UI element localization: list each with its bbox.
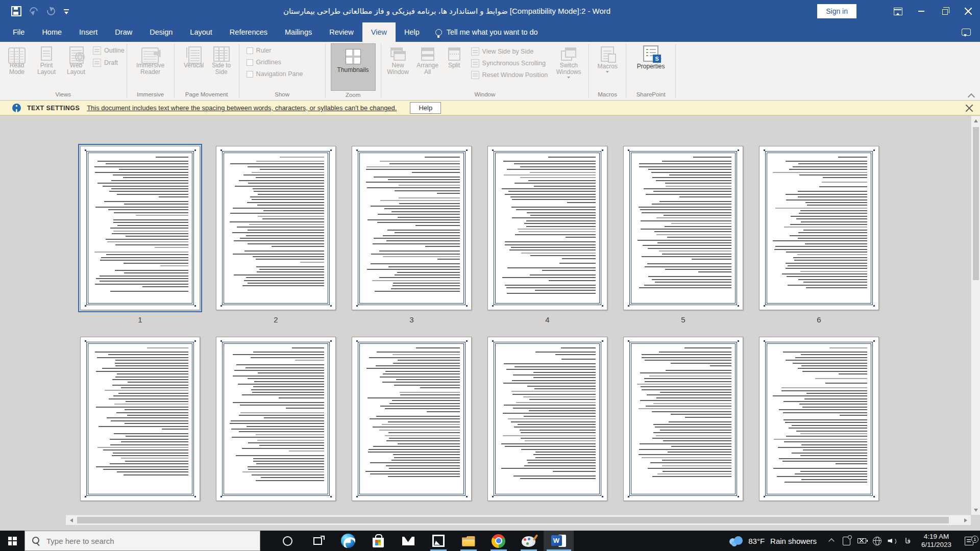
thumbnail-text-line bbox=[253, 352, 324, 353]
paint-taskbar-button[interactable] bbox=[513, 531, 544, 551]
customize-quick-access-icon[interactable] bbox=[63, 8, 70, 15]
mail-taskbar-button[interactable] bbox=[393, 531, 423, 551]
page-thumbnail-8[interactable] bbox=[216, 337, 336, 501]
page-thumbnail-1[interactable] bbox=[80, 146, 200, 310]
thumbnail-text-line bbox=[254, 191, 324, 192]
globe-icon bbox=[873, 537, 881, 545]
page-thumbnail-5[interactable] bbox=[623, 146, 743, 310]
notice-close-icon[interactable] bbox=[966, 105, 973, 112]
page-number-caption: 4 bbox=[487, 315, 607, 324]
feedback-icon[interactable] bbox=[962, 29, 971, 36]
tab-view[interactable]: View bbox=[362, 22, 396, 42]
scroll-right-arrow[interactable] bbox=[961, 515, 971, 525]
language-indicator[interactable]: فا bbox=[900, 537, 915, 545]
file-explorer-taskbar-button[interactable] bbox=[453, 531, 483, 551]
collapse-ribbon-icon[interactable] bbox=[968, 94, 974, 98]
clock[interactable]: 4:19 AM 6/11/2023 bbox=[915, 533, 958, 549]
tab-home[interactable]: Home bbox=[33, 22, 70, 42]
horizontal-scrollbar[interactable] bbox=[66, 515, 971, 525]
store-taskbar-button[interactable] bbox=[363, 531, 393, 551]
tab-references[interactable]: References bbox=[221, 22, 276, 42]
search-input[interactable] bbox=[46, 537, 240, 545]
thumbnails-button[interactable]: Thumbnails bbox=[331, 43, 376, 91]
device-status-button[interactable] bbox=[839, 531, 854, 551]
thumbnail-text-line bbox=[371, 263, 460, 264]
tab-insert[interactable]: Insert bbox=[70, 22, 106, 42]
battery-status-button[interactable] bbox=[854, 531, 870, 551]
action-center-button[interactable]: 1 bbox=[958, 537, 980, 545]
tab-draw[interactable]: Draw bbox=[106, 22, 141, 42]
page-thumbnail-4[interactable] bbox=[487, 146, 607, 310]
macros-button: Macros bbox=[593, 43, 622, 74]
draft-icon bbox=[93, 59, 101, 67]
page-thumbnail-11[interactable] bbox=[623, 337, 743, 501]
vertical-scrollbar[interactable] bbox=[971, 116, 980, 515]
page-thumbnail-12[interactable] bbox=[759, 337, 879, 501]
network-button[interactable] bbox=[870, 531, 885, 551]
tell-me-box[interactable]: Tell me what you want to do bbox=[435, 22, 538, 42]
edge-taskbar-button[interactable] bbox=[333, 531, 363, 551]
page-thumbnail-10[interactable] bbox=[487, 337, 607, 501]
thumbnail-text-line bbox=[792, 425, 867, 426]
thumbnail-text-line bbox=[665, 183, 731, 184]
volume-button[interactable] bbox=[885, 531, 900, 551]
tab-review[interactable]: Review bbox=[321, 22, 362, 42]
vertical-scrollbar-thumb[interactable] bbox=[973, 127, 979, 280]
notice-help-button[interactable]: Help bbox=[410, 102, 441, 114]
cortana-button[interactable] bbox=[273, 531, 303, 551]
weather-widget[interactable]: 83°F Rain showers bbox=[721, 535, 824, 546]
hidden-icons-button[interactable] bbox=[824, 531, 839, 551]
arrange-all-icon bbox=[421, 47, 434, 61]
thumbnail-text-line bbox=[231, 429, 324, 430]
thumbnail-text-line bbox=[155, 247, 188, 248]
page-thumbnail-6[interactable] bbox=[759, 146, 879, 310]
thumbnail-text-line bbox=[256, 161, 324, 162]
page-thumbnail-9[interactable] bbox=[352, 337, 472, 501]
view-side-by-side-icon bbox=[471, 47, 479, 56]
scroll-down-arrow[interactable] bbox=[971, 506, 980, 515]
properties-button[interactable]: S Properties bbox=[630, 43, 671, 70]
sign-in-button[interactable]: Sign in bbox=[817, 4, 856, 18]
minimize-button[interactable] bbox=[910, 0, 933, 22]
thumbnail-text-line bbox=[507, 169, 596, 170]
task-view-icon bbox=[313, 537, 322, 545]
thumbnail-text-line bbox=[239, 431, 324, 432]
restore-button[interactable] bbox=[933, 0, 957, 22]
horizontal-scrollbar-thumb[interactable] bbox=[77, 517, 949, 523]
tab-file[interactable]: File bbox=[4, 22, 33, 42]
tab-design[interactable]: Design bbox=[141, 22, 181, 42]
chrome-taskbar-button[interactable] bbox=[483, 531, 513, 551]
ribbon-display-options-button[interactable] bbox=[886, 0, 910, 22]
notice-message-link[interactable]: This document includes text where the sp… bbox=[87, 104, 397, 112]
word-taskbar-button[interactable]: W bbox=[544, 531, 574, 551]
page-thumbnail-2[interactable] bbox=[216, 146, 336, 310]
thumbnail-text-line bbox=[798, 232, 867, 233]
reset-window-position-label: Reset Window Position bbox=[482, 71, 548, 79]
tab-mailings[interactable]: Mailings bbox=[276, 22, 321, 42]
tab-layout[interactable]: Layout bbox=[181, 22, 221, 42]
thumbnail-text-line bbox=[113, 395, 188, 396]
page-thumbnail-3[interactable] bbox=[352, 146, 472, 310]
thumbnail-cell bbox=[80, 337, 200, 501]
start-button[interactable] bbox=[0, 531, 24, 551]
undo-icon[interactable] bbox=[29, 6, 39, 16]
thumbnail-text-line bbox=[258, 372, 324, 373]
scroll-up-arrow[interactable] bbox=[971, 116, 980, 125]
thumbnail-text-line bbox=[237, 227, 324, 228]
thumbnail-text-line bbox=[280, 157, 324, 158]
scroll-left-arrow[interactable] bbox=[66, 515, 76, 525]
page-thumbnail-7[interactable] bbox=[80, 337, 200, 501]
redo-icon[interactable] bbox=[46, 6, 56, 16]
cortana-icon bbox=[283, 536, 292, 546]
thumbnail-text-line bbox=[104, 201, 188, 202]
thumbnail-text-line bbox=[512, 394, 596, 395]
web-layout-label: Web Layout bbox=[61, 62, 91, 76]
tab-help[interactable]: Help bbox=[396, 22, 428, 42]
photos-taskbar-button[interactable] bbox=[423, 531, 453, 551]
task-view-button[interactable] bbox=[303, 531, 333, 551]
taskbar-search[interactable] bbox=[24, 531, 260, 551]
save-icon[interactable] bbox=[11, 6, 21, 16]
thumbnail-text-line bbox=[799, 404, 867, 405]
close-button[interactable] bbox=[957, 0, 980, 22]
thumbnail-text-line bbox=[425, 157, 460, 158]
